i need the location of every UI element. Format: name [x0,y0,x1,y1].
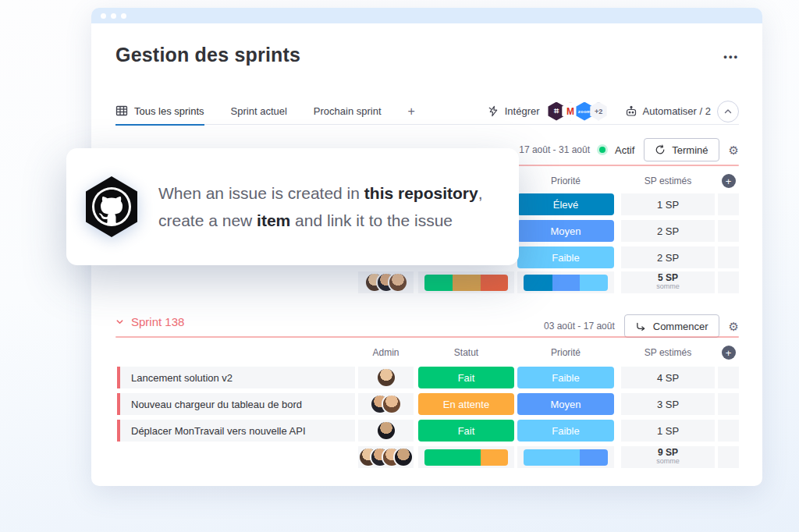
integration-bolt-icon [488,105,499,117]
sp-cell[interactable]: 2 SP [621,220,715,242]
sp-sum-value: 5 SP [658,274,678,282]
sprint-138-column-headers: Admin Statut Priorité SP estimés + [91,343,762,362]
tab-tous-les-sprints[interactable]: Tous les sprints [115,98,204,126]
sp-cell[interactable]: 3 SP [621,393,715,415]
bar-segment [424,449,481,466]
automation-recipe-text: When an issue is created in this reposit… [158,179,483,234]
priority-badge[interactable]: Faible [517,367,614,388]
column-header-sp[interactable]: SP estimés [621,172,715,190]
tab-label: Prochain sprint [314,105,382,117]
recipe-text: and link it to the issue [290,211,453,229]
status-badge[interactable]: Fait [418,367,514,388]
finish-sprint-button[interactable]: Terminé [644,138,719,161]
finish-sprint-label: Terminé [672,144,708,156]
window-dot[interactable] [101,13,106,19]
empty-cell [718,193,739,215]
sp-sum-value: 9 SP [658,449,678,457]
priority-badge[interactable]: Faible [517,246,614,268]
add-column-cell: + [718,343,739,362]
priority-summary-cell [517,271,614,293]
github-automation-tooltip[interactable]: When an issue is created in this reposit… [66,148,519,265]
item-name-cell[interactable]: Déplacer MonTravail vers nouvelle API [117,420,355,442]
tab-sprint-actuel[interactable]: Sprint actuel [231,98,287,124]
admin-cell[interactable] [358,393,414,415]
github-icon [82,175,141,239]
bar-segment [580,449,608,466]
more-integrations-badge: +2 [590,102,608,121]
status-badge[interactable]: En attente [418,393,514,415]
start-sprint-label: Commencer [653,321,708,332]
sprint-date-range: 03 août - 17 août [544,321,615,332]
start-sprint-button[interactable]: Commencer [624,314,719,338]
sprint-date-range: 17 août - 31 août [519,144,590,155]
avatar-group [366,274,407,291]
table-row: Lancement solution v2 Fait Faible 4 SP [91,367,762,388]
sp-cell[interactable]: 4 SP [621,367,715,388]
integrate-label: Intégrer [505,105,540,117]
priority-badge[interactable]: Élevé [517,193,614,215]
board-toolbar: Intégrer ⌗ M zoom +2 Automatiser / 2 [488,101,739,122]
add-column-cell: + [718,172,739,190]
sp-sum-caption: somme [656,457,680,466]
window-dot[interactable] [121,13,126,19]
priority-summary-cell [517,446,614,468]
add-column-button[interactable]: + [722,346,736,360]
collapse-toolbar-button[interactable] [717,101,739,122]
admin-cell[interactable] [358,367,414,388]
column-header-admin[interactable]: Admin [358,343,414,362]
tab-prochain-sprint[interactable]: Prochain sprint [314,98,382,124]
sp-sum-caption: somme [656,282,680,291]
bar-segment [580,275,608,291]
sp-sum-cell: 9 SP somme [621,446,715,468]
recipe-field-item[interactable]: item [257,211,290,229]
priority-badge[interactable]: Moyen [517,393,614,415]
page-title: Gestion des sprints [115,44,300,66]
admin-summary-cell [358,446,414,468]
gear-icon[interactable]: ⚙ [729,144,739,156]
tab-label: Sprint actuel [231,105,287,117]
avatar [378,422,395,439]
add-tab-button[interactable]: + [408,98,415,124]
admin-cell[interactable] [358,420,414,442]
sp-cell[interactable]: 1 SP [621,193,715,215]
window-dot[interactable] [111,13,116,19]
priority-badge[interactable]: Moyen [517,220,614,242]
item-name-cell[interactable]: Lancement solution v2 [117,367,355,388]
item-name-cell[interactable]: Nouveau chargeur du tableau de bord [117,393,355,415]
tabs-bar: Tous les sprints Sprint actuel Prochain … [115,98,739,125]
avatar [383,395,400,413]
column-header-status[interactable]: Statut [418,343,514,362]
priority-distribution-bar[interactable] [524,275,608,291]
start-arrow-icon [635,321,647,332]
group-underline [115,336,739,338]
column-header-priority[interactable]: Priorité [517,172,614,190]
bar-segment [524,449,580,466]
avatar [389,274,407,291]
tab-label: Tous les sprints [134,105,204,117]
automate-label: Automatiser / 2 [643,105,711,117]
add-column-button[interactable]: + [722,174,736,188]
sprint-138-title[interactable]: Sprint 138 [115,315,184,328]
bar-segment [424,275,453,291]
gear-icon[interactable]: ⚙ [729,321,739,332]
more-menu-icon[interactable]: ••• [723,51,739,62]
page-background: Gestion des sprints ••• Tous les sprints… [0,0,799,532]
priority-badge[interactable]: Faible [517,420,614,442]
column-header-priority[interactable]: Priorité [517,343,614,362]
priority-distribution-bar[interactable] [524,449,608,466]
integration-app-icons[interactable]: ⌗ M zoom +2 [548,102,608,121]
sp-cell[interactable]: 2 SP [621,246,715,268]
status-distribution-bar[interactable] [424,275,508,291]
status-badge[interactable]: Fait [418,420,514,442]
empty-cell [718,246,739,268]
automate-button[interactable]: Automatiser / 2 [625,105,711,118]
column-header-sp[interactable]: SP estimés [621,343,715,362]
status-distribution-bar[interactable] [424,449,508,466]
bar-segment [524,275,552,291]
sp-sum-cell: 5 SP somme [621,271,715,293]
integrate-button[interactable]: Intégrer [488,105,540,117]
recipe-field-repository[interactable]: this repository [364,184,478,202]
avatar-group [360,449,412,466]
table-icon [115,105,128,117]
sp-cell[interactable]: 1 SP [621,420,715,442]
